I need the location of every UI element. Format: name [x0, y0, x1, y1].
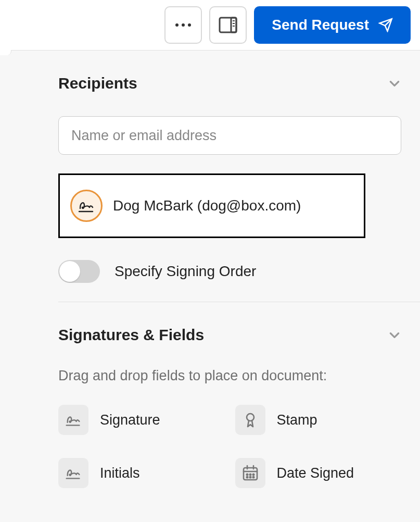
- send-request-label: Send Request: [272, 17, 369, 33]
- signing-order-toggle[interactable]: [58, 260, 100, 283]
- field-label: Signature: [100, 412, 160, 428]
- signature-icon: [58, 405, 88, 435]
- stamp-icon: [235, 405, 265, 435]
- field-stamp[interactable]: Stamp: [235, 405, 402, 435]
- send-request-button[interactable]: Send Request: [254, 6, 411, 44]
- signatures-section: Signatures & Fields Drag and drop fields…: [11, 302, 420, 507]
- field-initials[interactable]: Initials: [58, 458, 225, 488]
- svg-rect-1: [231, 18, 236, 32]
- svg-rect-0: [220, 18, 236, 32]
- paper-plane-icon: [378, 18, 393, 32]
- initials-icon: [58, 458, 88, 488]
- field-label: Stamp: [277, 412, 317, 428]
- ellipsis-icon: [175, 23, 191, 27]
- field-label: Initials: [100, 465, 140, 481]
- svg-point-7: [247, 414, 254, 421]
- signatures-title: Signatures & Fields: [58, 326, 204, 344]
- signing-order-label: Specify Signing Order: [114, 263, 256, 280]
- signature-icon: [77, 198, 96, 214]
- svg-point-14: [249, 474, 250, 475]
- recipient-input[interactable]: [58, 116, 401, 155]
- svg-point-16: [246, 477, 247, 478]
- svg-point-18: [252, 477, 253, 478]
- fields-grid: Signature Stamp: [58, 405, 401, 488]
- recipient-display: Dog McBark (dog@box.com): [113, 197, 301, 214]
- svg-point-15: [252, 474, 253, 475]
- recipients-title: Recipients: [58, 74, 137, 92]
- recipient-card[interactable]: Dog McBark (dog@box.com): [58, 173, 365, 238]
- date-signed-icon: [235, 458, 265, 488]
- recipients-section: Recipients Dog McBark (dog@box.com): [11, 51, 420, 302]
- recipient-avatar: [70, 190, 103, 222]
- recipients-header[interactable]: Recipients: [58, 74, 401, 92]
- field-date-signed[interactable]: Date Signed: [235, 458, 402, 488]
- signatures-header[interactable]: Signatures & Fields: [58, 326, 401, 344]
- fields-hint: Drag and drop fields to place on documen…: [58, 368, 401, 384]
- document-edge: [0, 50, 11, 55]
- panel-toggle-button[interactable]: [209, 6, 247, 44]
- side-panel: Recipients Dog McBark (dog@box.com): [11, 51, 420, 522]
- svg-point-13: [246, 474, 247, 475]
- field-signature[interactable]: Signature: [58, 405, 225, 435]
- chevron-down-icon: [388, 77, 401, 90]
- top-toolbar: Send Request: [0, 0, 420, 50]
- main-area: Recipients Dog McBark (dog@box.com): [0, 50, 420, 522]
- signing-order-row: Specify Signing Order: [58, 260, 401, 283]
- more-options-button[interactable]: [164, 6, 202, 44]
- toggle-knob: [59, 261, 80, 282]
- svg-point-17: [249, 477, 250, 478]
- field-label: Date Signed: [277, 465, 354, 481]
- panel-icon: [219, 17, 237, 33]
- chevron-down-icon: [388, 328, 401, 342]
